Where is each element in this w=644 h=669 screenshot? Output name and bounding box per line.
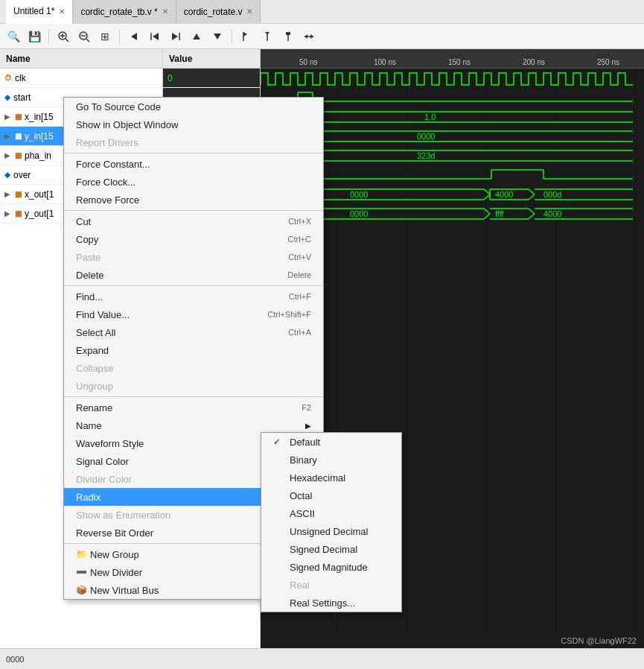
svg-text:4000: 4000 [543,209,561,218]
submenu-unsigned-decimal[interactable]: Unsigned Decimal [261,522,401,540]
menu-name-label: Name [76,420,305,431]
menu-name-arrow: ▶ [305,422,311,430]
toolbar-sep3 [232,29,232,44]
menu-show-object[interactable]: Show in Object Window [64,115,323,133]
toolbar-marker-btn[interactable] [258,28,276,45]
ruler-label-100: 100 ns [374,58,396,66]
tab-cordic-tb[interactable]: cordic_rotate_tb.v * ✕ [73,0,176,24]
toolbar-fit-btn[interactable]: ⊞ [96,28,114,45]
single-icon-start: ◆ [4,93,10,101]
menu-find-label: Find... [76,291,289,302]
submenu-octal[interactable]: Octal [261,486,401,504]
svg-line-51 [484,194,490,200]
panel-header: Name Value [0,49,260,69]
signal-row-clk[interactable]: ⏱ clk 0 [0,69,260,88]
menu-goto-source-label: Go To Source Code [76,101,311,112]
svg-marker-22 [310,34,313,39]
menu-force-clock[interactable]: Force Clock... [64,173,323,191]
signal-label-pha: pha_in [25,150,51,161]
toolbar-zoom-out-btn[interactable] [75,28,93,45]
submenu-ascii[interactable]: ASCII [261,504,401,522]
new-vbus-icon: 📦 [76,585,87,595]
svg-line-65 [484,209,490,214]
menu-goto-source[interactable]: Go To Source Code [64,98,323,115]
menu-force-constant[interactable]: Force Constant... [64,155,323,173]
menu-select-all[interactable]: Select All Ctrl+A [64,323,323,341]
signal-label-xout: x_out[1 [25,189,54,200]
menu-cut[interactable]: Cut Ctrl+X [64,212,323,230]
menu-expand[interactable]: Expand [64,341,323,359]
svg-line-5 [86,39,89,42]
bus-icon-pha: ▦ [15,151,22,159]
toolbar-prev-btn[interactable] [125,28,143,45]
watermark-label: CSDN @LiangWF22 [561,636,637,645]
svg-text:0000: 0000 [350,190,368,199]
tab-cordic-close[interactable]: ✕ [246,7,252,16]
menu-find-value[interactable]: Find Value... Ctrl+Shift+F [64,305,323,323]
toolbar-last-btn[interactable] [167,28,185,45]
signal-name-clk: ⏱ clk [0,69,163,87]
tab-cordic[interactable]: cordic_rotate.v ✕ [176,0,261,24]
toolbar-cursor-btn[interactable] [237,28,255,45]
submenu-signed-magnitude-label: Signed Magnitude [290,562,368,573]
svg-marker-13 [214,34,221,39]
submenu-default[interactable]: ✓ Default [261,433,401,451]
new-divider-icon: ➖ [76,567,87,577]
menu-sep3 [64,285,323,286]
svg-marker-9 [153,33,159,40]
submenu-hex-label: Hexadecimal [290,472,345,483]
panel-header-name-label: Name [0,49,163,68]
toolbar-down-btn[interactable] [208,28,226,45]
tab-cordic-tb-close[interactable]: ✕ [162,7,168,16]
tab-untitled-label: Untitled 1* [13,6,54,16]
bus-icon-xout: ▦ [15,190,22,198]
tab-untitled-close[interactable]: ✕ [59,7,65,16]
menu-paste-shortcut: Ctrl+V [288,253,311,261]
submenu-octal-label: Octal [290,490,312,501]
menu-collapse: Collapse [64,359,323,377]
svg-text:ffff: ffff [495,209,505,218]
svg-line-58 [529,194,535,200]
menu-ungroup: Ungroup [64,377,323,395]
toolbar-up-btn[interactable] [188,28,205,45]
menu-rename[interactable]: Rename F2 [64,399,323,416]
radix-submenu[interactable]: ✓ Default Binary Hexadecimal Octal ASCII… [261,432,402,612]
toolbar-zoom-in-btn[interactable] [54,28,72,45]
submenu-binary[interactable]: Binary [261,451,401,469]
menu-expand-label: Expand [76,345,311,356]
bus-icon-yout: ▦ [15,209,22,218]
menu-delete[interactable]: Delete Delete [64,266,323,284]
clock-icon-clk: ⏱ [4,74,12,82]
toolbar-sep2 [119,29,120,44]
toolbar-stretch-btn[interactable] [300,28,318,45]
menu-copy[interactable]: Copy Ctrl+C [64,230,323,248]
menu-cut-shortcut: Ctrl+X [288,217,311,226]
expand-arrow-yin: ▶ [4,132,10,140]
menu-paste: Paste Ctrl+V [64,248,323,266]
toolbar-save-btn[interactable]: 💾 [25,28,43,45]
submenu-unsigned-decimal-label: Unsigned Decimal [290,526,369,537]
menu-remove-force[interactable]: Remove Force [64,191,323,209]
expand-arrow-xout: ▶ [4,190,10,198]
svg-marker-12 [193,34,200,39]
toolbar-marker2-btn[interactable] [279,28,297,45]
toolbar-search-btn[interactable]: 🔍 [4,28,22,45]
svg-marker-11 [172,33,178,40]
submenu-hex[interactable]: Hexadecimal [261,469,401,486]
submenu-real-settings[interactable]: Real Settings... [261,594,401,612]
toolbar-first-btn[interactable] [146,28,164,45]
menu-select-all-shortcut: Ctrl+A [288,328,311,337]
menu-sep4 [64,396,323,397]
submenu-signed-magnitude[interactable]: Signed Magnitude [261,558,401,576]
svg-marker-21 [305,34,307,39]
svg-line-71 [529,214,535,219]
single-icon-over: ◆ [4,171,10,179]
menu-find[interactable]: Find... Ctrl+F [64,288,323,305]
checkmark-default: ✓ [273,437,284,447]
submenu-real-settings-label: Real Settings... [290,597,355,609]
menu-find-value-label: Find Value... [76,309,267,320]
submenu-default-label: Default [290,437,320,448]
submenu-signed-decimal[interactable]: Signed Decimal [261,540,401,558]
tab-untitled[interactable]: Untitled 1* ✕ [6,0,73,24]
menu-ungroup-label: Ungroup [76,381,311,392]
